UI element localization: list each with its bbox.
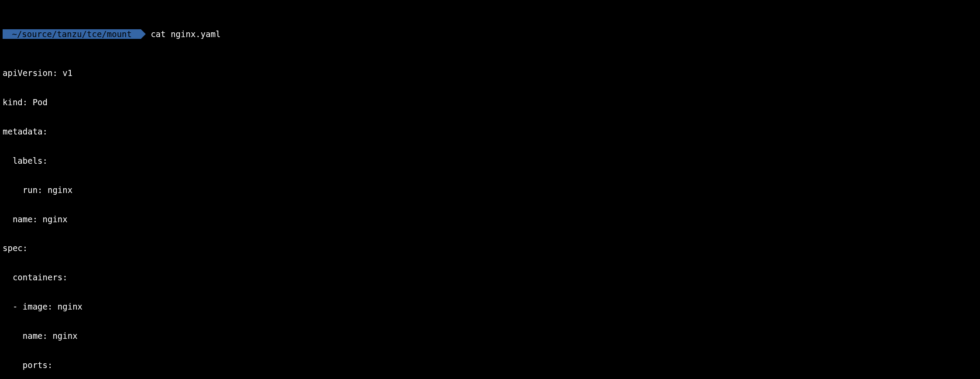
output-line: apiVersion: v1 <box>0 68 72 78</box>
output-line: ports: <box>0 360 52 370</box>
shell-prompt: ~/source/tanzu/tce/mount <box>3 29 141 39</box>
output-line: run: nginx <box>0 185 72 195</box>
terminal-window[interactable]: ~/source/tanzu/tce/mount cat nginx.yaml … <box>0 0 980 379</box>
output-line: name: nginx <box>0 331 78 341</box>
output-line: spec: <box>0 243 27 253</box>
command-cat: cat nginx.yaml <box>151 29 220 39</box>
output-line: - image: nginx <box>0 302 82 311</box>
output-line: containers: <box>0 272 68 282</box>
output-line: name: nginx <box>0 214 68 224</box>
output-line: kind: Pod <box>0 97 48 107</box>
output-line: labels: <box>0 156 48 165</box>
output-line: metadata: <box>0 127 48 136</box>
